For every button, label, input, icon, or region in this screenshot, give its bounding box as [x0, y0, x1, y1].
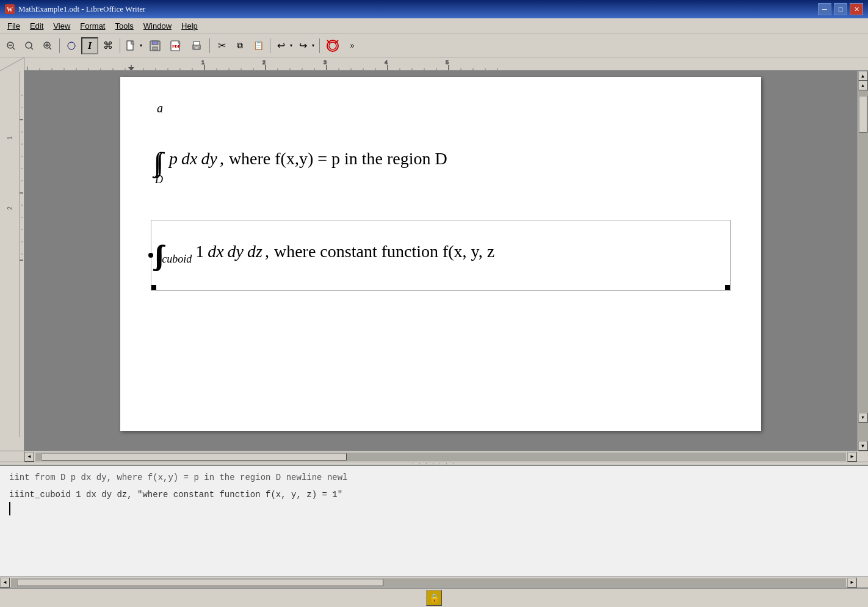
export-pdf-button[interactable]: PDF — [166, 37, 186, 54]
formula-editor-area: iint from D p dx dy, where f(x,y) = p in… — [0, 465, 868, 587]
menu-bar: File Edit View Format Tools Window Help — [0, 18, 868, 34]
integral-subscript-D: D — [155, 173, 163, 186]
scroll-thumb[interactable] — [859, 96, 867, 133]
annotation-a: a — [157, 101, 731, 115]
status-bar: 🔒 — [0, 587, 868, 607]
zoom-out-button[interactable] — [2, 37, 20, 54]
formula-line2: iiint_cuboid 1 dx dy dz, "where constant… — [9, 488, 859, 501]
formula-cursor-line — [9, 502, 859, 526]
redo-button[interactable]: ↪ — [295, 37, 310, 54]
ruler-row: 1 2 3 — [0, 57, 868, 71]
h-scroll-track[interactable] — [35, 453, 846, 461]
close-button[interactable]: ✕ — [850, 3, 863, 15]
menu-format[interactable]: Format — [75, 20, 110, 33]
svg-line-1 — [13, 48, 15, 49]
svg-text:3: 3 — [324, 59, 327, 65]
formula2-dz: dz — [247, 242, 262, 261]
menu-help[interactable]: Help — [176, 20, 203, 33]
more-button[interactable]: » — [344, 37, 361, 54]
triple-integral-symbol: ∫∫∫ — [154, 242, 158, 269]
document-area[interactable]: a ∫∫ D p dx dy , where f(x,y) = p in the… — [24, 71, 857, 451]
help-button[interactable] — [323, 37, 342, 54]
toolbar-sep-2 — [120, 38, 120, 53]
menu-file[interactable]: File — [2, 20, 25, 33]
new-file-arrow[interactable]: ▾ — [138, 37, 144, 54]
undo-arrow[interactable]: ▾ — [288, 37, 294, 54]
cut-button[interactable]: ✂ — [213, 37, 230, 54]
menu-view[interactable]: View — [48, 20, 75, 33]
print-button[interactable] — [187, 37, 206, 54]
scroll-line-up[interactable]: ▲ — [858, 81, 868, 90]
restore-button[interactable]: □ — [834, 3, 847, 15]
formula-h-scroll-thumb[interactable] — [17, 579, 383, 586]
integral-subscript-cuboid: cuboid — [162, 253, 192, 266]
new-file-button[interactable] — [123, 37, 138, 54]
svg-text:2: 2 — [7, 206, 13, 210]
toolbar-sep-4 — [270, 38, 270, 53]
undo-button[interactable]: ↩ — [273, 37, 288, 54]
zoom-100-button[interactable] — [21, 37, 38, 54]
menu-window[interactable]: Window — [139, 20, 176, 33]
handle-left[interactable] — [151, 285, 156, 290]
formula-h-scroll-left-button[interactable]: ◄ — [0, 578, 10, 587]
svg-point-3 — [26, 42, 32, 48]
formula1-dy: dy — [201, 149, 217, 169]
svg-point-9 — [68, 42, 75, 49]
cursor-mode-button[interactable]: I — [81, 37, 98, 54]
scroll-line-down[interactable]: ▼ — [858, 413, 868, 423]
svg-point-24 — [329, 42, 336, 49]
edit-mode-button[interactable] — [63, 37, 80, 54]
svg-rect-15 — [152, 41, 158, 45]
formula2-comma: , — [265, 242, 269, 261]
svg-line-4 — [31, 48, 33, 49]
new-file-group: ▾ — [123, 37, 144, 54]
svg-line-27 — [0, 57, 24, 71]
handle-right[interactable] — [725, 285, 730, 290]
formula2-dx: dx — [208, 242, 223, 261]
scroll-up-button[interactable]: ▲ — [858, 71, 868, 81]
svg-line-6 — [49, 48, 51, 49]
save-button[interactable] — [145, 37, 165, 54]
scroll-down-button[interactable]: ▼ — [858, 441, 868, 451]
formula2-dy: dy — [228, 242, 244, 261]
title-bar: W MathExample1.odt - LibreOffice Writer … — [0, 0, 868, 18]
svg-text:4: 4 — [385, 59, 388, 65]
paste-button[interactable]: 📋 — [250, 37, 267, 54]
status-icon[interactable]: 🔒 — [426, 590, 442, 606]
svg-text:PDF: PDF — [172, 44, 181, 49]
formula-h-scroll-track[interactable] — [11, 578, 846, 587]
undo-group: ↩ ▾ — [273, 37, 294, 54]
h-scroll-left-button[interactable]: ◄ — [24, 452, 34, 462]
formula-editor-content[interactable]: iint from D p dx dy, where f(x,y) = p in… — [0, 466, 868, 576]
redo-arrow[interactable]: ▾ — [310, 37, 316, 54]
svg-text:2: 2 — [262, 59, 266, 65]
copy-button[interactable]: ⧉ — [231, 37, 248, 54]
zoom-in-button[interactable] — [39, 37, 56, 54]
h-scroll-left-pad — [0, 451, 24, 462]
svg-rect-21 — [193, 42, 200, 45]
formula1-comma: , — [220, 149, 224, 169]
menu-tools[interactable]: Tools — [110, 20, 138, 33]
toolbar-sep-1 — [59, 38, 60, 53]
formula-2[interactable]: ∫∫∫ cuboid 1 dx dy dz , where constant f… — [151, 220, 731, 291]
svg-rect-22 — [194, 47, 199, 49]
content-area: 1 2 a — [0, 71, 868, 451]
formula-1[interactable]: ∫∫ D p dx dy , where f(x,y) = p in the r… — [151, 128, 731, 208]
insert-mode-button[interactable]: ⌘ — [99, 37, 117, 54]
h-scroll-right-button[interactable]: ► — [847, 452, 857, 462]
scroll-track[interactable]: ▲ ▼ — [858, 81, 868, 441]
formula-cursor — [9, 502, 10, 515]
formula2-text: where constant function f(x, y, z — [274, 242, 494, 261]
menu-edit[interactable]: Edit — [25, 20, 48, 33]
vertical-ruler: 1 2 — [0, 71, 24, 451]
svg-text:1: 1 — [7, 136, 13, 140]
window-controls: ─ □ ✕ — [818, 3, 863, 15]
ruler-end — [857, 57, 868, 70]
formula-horizontal-scrollbar: ◄ ► — [0, 576, 868, 587]
h-scroll-thumb[interactable] — [42, 453, 347, 460]
minimize-button[interactable]: ─ — [818, 3, 831, 15]
formula2-one: 1 — [195, 242, 204, 261]
horizontal-ruler: 1 2 3 — [24, 57, 857, 70]
svg-text:5: 5 — [446, 59, 449, 65]
formula-h-scroll-right-button[interactable]: ► — [847, 578, 857, 587]
